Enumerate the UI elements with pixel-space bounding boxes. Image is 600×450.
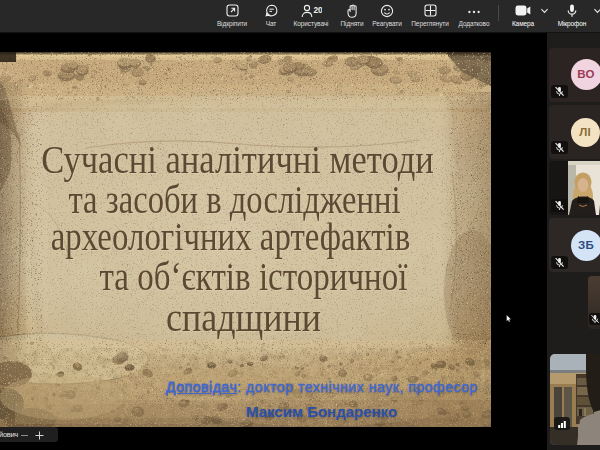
svg-text:20: 20 — [313, 4, 322, 14]
